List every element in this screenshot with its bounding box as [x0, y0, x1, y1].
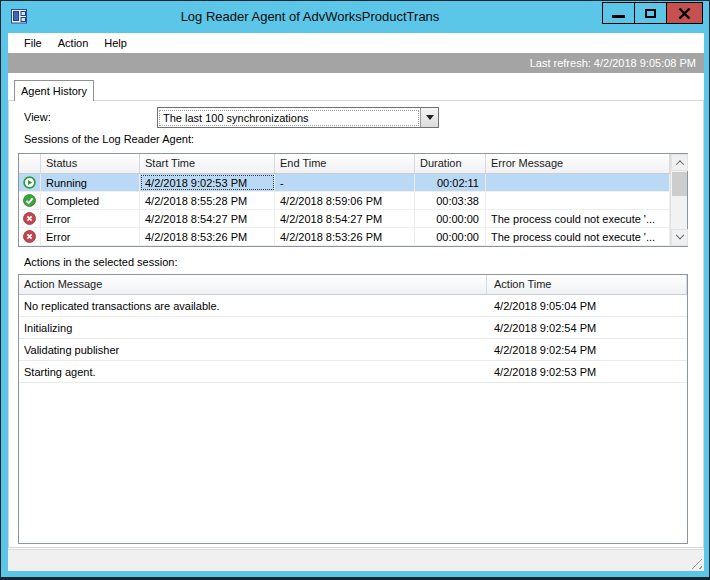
last-refresh-bar: Last refresh: 4/2/2018 9:05:08 PM [8, 53, 704, 73]
menu-file[interactable]: File [16, 35, 50, 51]
minimize-button[interactable] [602, 2, 635, 24]
cell-action-time: 4/2/2018 9:02:53 PM [487, 361, 687, 382]
chevron-down-icon [675, 230, 683, 238]
caption-buttons [603, 2, 703, 24]
cell-duration: 00:00:00 [415, 210, 486, 227]
vertical-scrollbar[interactable] [670, 154, 687, 246]
cell-end-time: 4/2/2018 8:54:27 PM [275, 210, 415, 227]
list-item[interactable]: Validating publisher 4/2/2018 9:02:54 PM [19, 339, 687, 361]
titlebar[interactable]: Log Reader Agent of AdvWorksProductTrans [1, 1, 709, 32]
cell-start-time: 4/2/2018 8:53:26 PM [140, 228, 275, 245]
cell-start-time: 4/2/2018 8:55:28 PM [140, 192, 275, 209]
menu-help[interactable]: Help [96, 35, 135, 51]
menu-action[interactable]: Action [50, 35, 97, 51]
cell-action-time: 4/2/2018 9:02:54 PM [487, 339, 687, 360]
list-item[interactable]: Initializing 4/2/2018 9:02:54 PM [19, 317, 687, 339]
error-icon [23, 212, 36, 225]
status-strip [8, 549, 704, 571]
cell-error-message [486, 174, 670, 191]
cell-action-message: Initializing [19, 317, 487, 338]
error-icon [23, 230, 36, 243]
view-dropdown[interactable]: The last 100 synchronizations [157, 107, 439, 128]
cell-action-message: No replicated transactions are available… [19, 295, 487, 316]
sessions-table: Status Start Time End Time Duration Erro… [18, 153, 688, 247]
actions-table-header: Action Message Action Time [19, 275, 687, 295]
running-icon [23, 176, 36, 189]
actions-table-label: Actions in the selected session: [24, 256, 177, 268]
cell-action-message: Starting agent. [19, 361, 487, 382]
tab-agent-history[interactable]: Agent History [14, 80, 94, 101]
cell-error-message [486, 192, 670, 209]
menubar: File Action Help [8, 33, 704, 53]
close-icon [678, 8, 691, 19]
list-item[interactable]: Starting agent. 4/2/2018 9:02:53 PM [19, 361, 687, 383]
window: Log Reader Agent of AdvWorksProductTrans… [0, 0, 710, 580]
cell-status: Completed [41, 192, 140, 209]
table-row[interactable]: Running 4/2/2018 9:02:53 PM - 00:02:11 [19, 174, 687, 192]
table-row[interactable]: Error 4/2/2018 8:54:27 PM 4/2/2018 8:54:… [19, 210, 687, 228]
resize-grip[interactable] [689, 556, 702, 569]
cell-duration: 00:02:11 [415, 174, 486, 191]
sessions-table-label: Sessions of the Log Reader Agent: [24, 133, 194, 145]
column-header-action-message[interactable]: Action Message [19, 275, 487, 294]
chevron-up-icon [675, 160, 683, 168]
cell-end-time: 4/2/2018 8:53:26 PM [275, 228, 415, 245]
cell-error-message: The process could not execute '... [486, 228, 670, 245]
tab-panel: View: The last 100 synchronizations Sess… [8, 100, 704, 548]
cell-action-time: 4/2/2018 9:02:54 PM [487, 317, 687, 338]
completed-icon [23, 194, 36, 207]
cell-start-time: 4/2/2018 9:02:53 PM [140, 174, 275, 191]
column-header-icon[interactable] [19, 154, 41, 173]
table-row[interactable]: Error 4/2/2018 8:53:26 PM 4/2/2018 8:53:… [19, 228, 687, 246]
cell-end-time: 4/2/2018 8:59:06 PM [275, 192, 415, 209]
cell-status: Error [41, 228, 140, 245]
chevron-down-icon [426, 115, 434, 120]
cell-status: Running [41, 174, 140, 191]
column-header-end-time[interactable]: End Time [275, 154, 415, 173]
maximize-icon [645, 9, 656, 18]
view-dropdown-value: The last 100 synchronizations [160, 111, 418, 125]
view-label: View: [24, 111, 51, 123]
cell-start-time: 4/2/2018 8:54:27 PM [140, 210, 275, 227]
cell-action-time: 4/2/2018 9:05:04 PM [487, 295, 687, 316]
actions-table: Action Message Action Time No replicated… [18, 274, 688, 544]
column-header-action-time[interactable]: Action Time [487, 275, 687, 294]
scroll-up-button[interactable] [671, 154, 688, 171]
replication-monitor-app-icon [11, 8, 28, 25]
cell-status: Error [41, 210, 140, 227]
scroll-down-button[interactable] [671, 229, 688, 246]
cell-duration: 00:00:00 [415, 228, 486, 245]
last-refresh-text: Last refresh: 4/2/2018 9:05:08 PM [530, 57, 696, 69]
scrollbar-thumb[interactable] [672, 172, 687, 196]
cell-end-time: - [275, 174, 415, 191]
dropdown-arrow-button[interactable] [420, 108, 438, 127]
cell-duration: 00:03:38 [415, 192, 486, 209]
window-title: Log Reader Agent of AdvWorksProductTrans [31, 1, 589, 32]
maximize-button[interactable] [634, 2, 667, 24]
column-header-error-message[interactable]: Error Message [486, 154, 670, 173]
column-header-status[interactable]: Status [41, 154, 140, 173]
cell-error-message: The process could not execute '... [486, 210, 670, 227]
column-header-start-time[interactable]: Start Time [140, 154, 275, 173]
close-button[interactable] [666, 2, 703, 24]
minimize-icon [612, 15, 625, 18]
column-header-duration[interactable]: Duration [415, 154, 486, 173]
list-item[interactable]: No replicated transactions are available… [19, 295, 687, 317]
sessions-table-header: Status Start Time End Time Duration Erro… [19, 154, 687, 174]
table-row[interactable]: Completed 4/2/2018 8:55:28 PM 4/2/2018 8… [19, 192, 687, 210]
cell-action-message: Validating publisher [19, 339, 487, 360]
client-area: File Action Help Last refresh: 4/2/2018 … [8, 33, 704, 571]
